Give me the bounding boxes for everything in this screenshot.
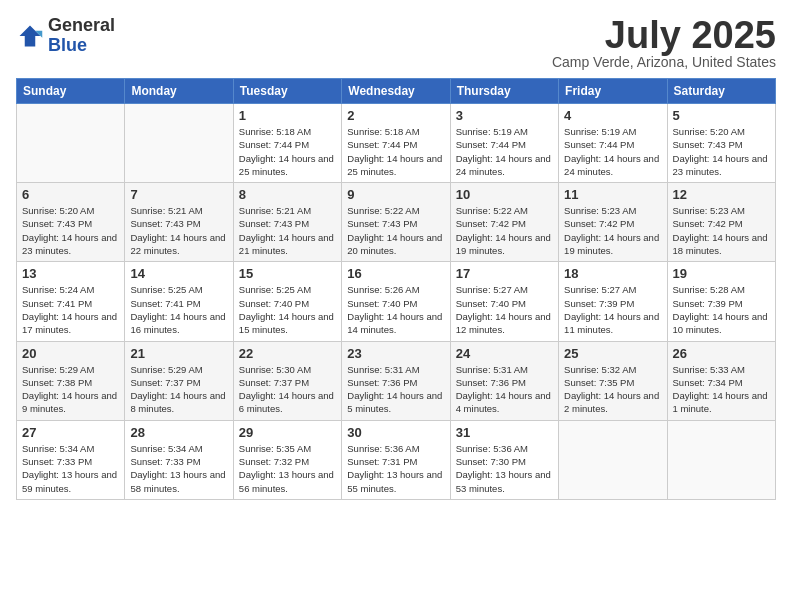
day-number: 2: [347, 108, 444, 123]
day-info: Sunrise: 5:28 AM Sunset: 7:39 PM Dayligh…: [673, 283, 770, 336]
weekday-header: Tuesday: [233, 79, 341, 104]
calendar-cell: 1Sunrise: 5:18 AM Sunset: 7:44 PM Daylig…: [233, 104, 341, 183]
day-number: 27: [22, 425, 119, 440]
day-number: 26: [673, 346, 770, 361]
day-info: Sunrise: 5:19 AM Sunset: 7:44 PM Dayligh…: [456, 125, 553, 178]
day-info: Sunrise: 5:21 AM Sunset: 7:43 PM Dayligh…: [130, 204, 227, 257]
day-number: 22: [239, 346, 336, 361]
day-number: 21: [130, 346, 227, 361]
calendar-cell: 30Sunrise: 5:36 AM Sunset: 7:31 PM Dayli…: [342, 420, 450, 499]
calendar-cell: [559, 420, 667, 499]
day-info: Sunrise: 5:25 AM Sunset: 7:40 PM Dayligh…: [239, 283, 336, 336]
calendar-cell: 19Sunrise: 5:28 AM Sunset: 7:39 PM Dayli…: [667, 262, 775, 341]
page-header: General Blue July 2025 Camp Verde, Arizo…: [16, 16, 776, 70]
day-info: Sunrise: 5:26 AM Sunset: 7:40 PM Dayligh…: [347, 283, 444, 336]
calendar-cell: 12Sunrise: 5:23 AM Sunset: 7:42 PM Dayli…: [667, 183, 775, 262]
logo: General Blue: [16, 16, 115, 56]
day-number: 3: [456, 108, 553, 123]
calendar-cell: 14Sunrise: 5:25 AM Sunset: 7:41 PM Dayli…: [125, 262, 233, 341]
day-number: 4: [564, 108, 661, 123]
calendar-cell: 5Sunrise: 5:20 AM Sunset: 7:43 PM Daylig…: [667, 104, 775, 183]
day-info: Sunrise: 5:30 AM Sunset: 7:37 PM Dayligh…: [239, 363, 336, 416]
location-subtitle: Camp Verde, Arizona, United States: [552, 54, 776, 70]
day-info: Sunrise: 5:27 AM Sunset: 7:40 PM Dayligh…: [456, 283, 553, 336]
calendar-cell: 17Sunrise: 5:27 AM Sunset: 7:40 PM Dayli…: [450, 262, 558, 341]
day-number: 12: [673, 187, 770, 202]
calendar-cell: 4Sunrise: 5:19 AM Sunset: 7:44 PM Daylig…: [559, 104, 667, 183]
calendar-cell: 20Sunrise: 5:29 AM Sunset: 7:38 PM Dayli…: [17, 341, 125, 420]
day-info: Sunrise: 5:36 AM Sunset: 7:31 PM Dayligh…: [347, 442, 444, 495]
day-info: Sunrise: 5:20 AM Sunset: 7:43 PM Dayligh…: [22, 204, 119, 257]
calendar-cell: 26Sunrise: 5:33 AM Sunset: 7:34 PM Dayli…: [667, 341, 775, 420]
month-title: July 2025: [552, 16, 776, 54]
calendar-week-row: 20Sunrise: 5:29 AM Sunset: 7:38 PM Dayli…: [17, 341, 776, 420]
day-number: 11: [564, 187, 661, 202]
day-number: 6: [22, 187, 119, 202]
calendar-cell: [125, 104, 233, 183]
day-info: Sunrise: 5:33 AM Sunset: 7:34 PM Dayligh…: [673, 363, 770, 416]
day-info: Sunrise: 5:23 AM Sunset: 7:42 PM Dayligh…: [564, 204, 661, 257]
calendar-week-row: 27Sunrise: 5:34 AM Sunset: 7:33 PM Dayli…: [17, 420, 776, 499]
day-number: 19: [673, 266, 770, 281]
logo-text: General Blue: [48, 16, 115, 56]
calendar-cell: 25Sunrise: 5:32 AM Sunset: 7:35 PM Dayli…: [559, 341, 667, 420]
logo-general: General: [48, 16, 115, 36]
day-number: 24: [456, 346, 553, 361]
day-info: Sunrise: 5:34 AM Sunset: 7:33 PM Dayligh…: [130, 442, 227, 495]
calendar-cell: 11Sunrise: 5:23 AM Sunset: 7:42 PM Dayli…: [559, 183, 667, 262]
calendar-cell: 6Sunrise: 5:20 AM Sunset: 7:43 PM Daylig…: [17, 183, 125, 262]
day-number: 31: [456, 425, 553, 440]
day-number: 13: [22, 266, 119, 281]
weekday-header: Monday: [125, 79, 233, 104]
day-info: Sunrise: 5:34 AM Sunset: 7:33 PM Dayligh…: [22, 442, 119, 495]
calendar-cell: 24Sunrise: 5:31 AM Sunset: 7:36 PM Dayli…: [450, 341, 558, 420]
calendar-week-row: 1Sunrise: 5:18 AM Sunset: 7:44 PM Daylig…: [17, 104, 776, 183]
calendar-week-row: 13Sunrise: 5:24 AM Sunset: 7:41 PM Dayli…: [17, 262, 776, 341]
day-number: 9: [347, 187, 444, 202]
calendar-cell: [17, 104, 125, 183]
logo-icon: [16, 22, 44, 50]
day-number: 29: [239, 425, 336, 440]
calendar-cell: 3Sunrise: 5:19 AM Sunset: 7:44 PM Daylig…: [450, 104, 558, 183]
calendar-cell: 7Sunrise: 5:21 AM Sunset: 7:43 PM Daylig…: [125, 183, 233, 262]
day-info: Sunrise: 5:27 AM Sunset: 7:39 PM Dayligh…: [564, 283, 661, 336]
day-number: 16: [347, 266, 444, 281]
day-info: Sunrise: 5:21 AM Sunset: 7:43 PM Dayligh…: [239, 204, 336, 257]
calendar-cell: 13Sunrise: 5:24 AM Sunset: 7:41 PM Dayli…: [17, 262, 125, 341]
calendar-cell: 8Sunrise: 5:21 AM Sunset: 7:43 PM Daylig…: [233, 183, 341, 262]
day-info: Sunrise: 5:24 AM Sunset: 7:41 PM Dayligh…: [22, 283, 119, 336]
calendar-cell: 21Sunrise: 5:29 AM Sunset: 7:37 PM Dayli…: [125, 341, 233, 420]
calendar-week-row: 6Sunrise: 5:20 AM Sunset: 7:43 PM Daylig…: [17, 183, 776, 262]
calendar-table: SundayMondayTuesdayWednesdayThursdayFrid…: [16, 78, 776, 500]
day-info: Sunrise: 5:20 AM Sunset: 7:43 PM Dayligh…: [673, 125, 770, 178]
calendar-cell: 22Sunrise: 5:30 AM Sunset: 7:37 PM Dayli…: [233, 341, 341, 420]
day-number: 20: [22, 346, 119, 361]
calendar-cell: 2Sunrise: 5:18 AM Sunset: 7:44 PM Daylig…: [342, 104, 450, 183]
day-number: 25: [564, 346, 661, 361]
day-info: Sunrise: 5:22 AM Sunset: 7:43 PM Dayligh…: [347, 204, 444, 257]
logo-blue: Blue: [48, 36, 115, 56]
day-info: Sunrise: 5:25 AM Sunset: 7:41 PM Dayligh…: [130, 283, 227, 336]
day-number: 10: [456, 187, 553, 202]
calendar-header-row: SundayMondayTuesdayWednesdayThursdayFrid…: [17, 79, 776, 104]
day-number: 30: [347, 425, 444, 440]
day-number: 5: [673, 108, 770, 123]
calendar-cell: 27Sunrise: 5:34 AM Sunset: 7:33 PM Dayli…: [17, 420, 125, 499]
calendar-cell: 18Sunrise: 5:27 AM Sunset: 7:39 PM Dayli…: [559, 262, 667, 341]
day-info: Sunrise: 5:18 AM Sunset: 7:44 PM Dayligh…: [239, 125, 336, 178]
day-number: 7: [130, 187, 227, 202]
day-number: 8: [239, 187, 336, 202]
weekday-header: Thursday: [450, 79, 558, 104]
calendar-cell: 10Sunrise: 5:22 AM Sunset: 7:42 PM Dayli…: [450, 183, 558, 262]
weekday-header: Saturday: [667, 79, 775, 104]
svg-marker-0: [20, 25, 41, 46]
day-number: 14: [130, 266, 227, 281]
day-number: 28: [130, 425, 227, 440]
calendar-cell: 9Sunrise: 5:22 AM Sunset: 7:43 PM Daylig…: [342, 183, 450, 262]
day-info: Sunrise: 5:29 AM Sunset: 7:37 PM Dayligh…: [130, 363, 227, 416]
day-number: 1: [239, 108, 336, 123]
day-number: 18: [564, 266, 661, 281]
day-info: Sunrise: 5:35 AM Sunset: 7:32 PM Dayligh…: [239, 442, 336, 495]
day-info: Sunrise: 5:31 AM Sunset: 7:36 PM Dayligh…: [347, 363, 444, 416]
day-info: Sunrise: 5:18 AM Sunset: 7:44 PM Dayligh…: [347, 125, 444, 178]
